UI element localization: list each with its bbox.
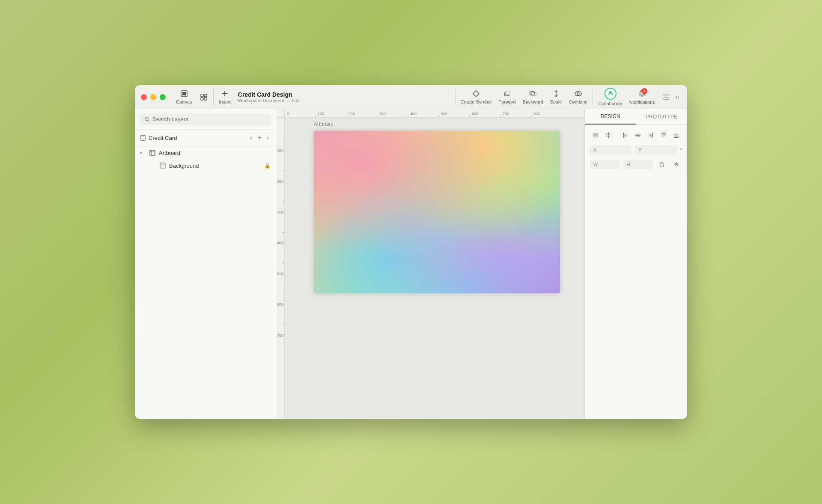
x-label: X [593, 147, 598, 152]
canvas-area[interactable]: 0 100 200 300 400 500 600 700 80 [276, 109, 584, 419]
h-field[interactable]: H [623, 160, 653, 169]
search-input-wrap[interactable] [140, 113, 271, 125]
minimize-button[interactable] [150, 94, 156, 100]
main-content: Credit Card ‹ + › ▾ Artboard [135, 109, 687, 419]
create-symbol-label: Create Symbol [461, 99, 492, 104]
align-bottom-button[interactable] [671, 130, 682, 141]
backward-button[interactable]: Backward [519, 88, 547, 106]
w-input[interactable] [599, 161, 616, 167]
y-label: Y [638, 147, 643, 152]
svg-rect-86 [677, 134, 678, 137]
align-top-icon [660, 132, 667, 139]
backward-icon [529, 89, 537, 98]
artboard-canvas[interactable] [314, 130, 560, 293]
align-left-button[interactable] [620, 130, 631, 141]
combine-button[interactable]: Combine [565, 88, 591, 106]
notification-badge: 1 [638, 89, 646, 98]
rotation-value: ° [680, 147, 682, 152]
align-top-button[interactable] [658, 130, 669, 141]
lock-aspect-icon [658, 161, 665, 168]
lock-aspect-button[interactable] [656, 159, 667, 170]
artboard-icon [149, 149, 156, 157]
svg-marker-8 [473, 91, 479, 97]
y-input[interactable] [645, 147, 673, 153]
svg-text:500: 500 [441, 112, 447, 116]
x-input[interactable] [600, 147, 628, 153]
svg-text:300: 300 [277, 210, 283, 214]
distribute-vertical-button[interactable] [590, 130, 601, 141]
collaborate-button[interactable]: Collaborate [595, 86, 625, 108]
svg-text:300: 300 [379, 112, 386, 116]
svg-text:500: 500 [277, 272, 283, 276]
h-label: H [627, 162, 631, 167]
add-layer-button[interactable]: + [256, 133, 263, 142]
panel-content: X Y ° W H [585, 125, 687, 175]
align-row-1 [590, 130, 682, 141]
close-button[interactable] [141, 94, 147, 100]
sidebar: Credit Card ‹ + › ▾ Artboard [135, 109, 276, 419]
vertical-ruler: -100 -100 100 200 300 400 500 600 700 [276, 109, 285, 419]
svg-rect-4 [201, 98, 203, 100]
forward-label: Forward [498, 99, 515, 104]
svg-rect-73 [624, 134, 627, 135]
canvas-view-button[interactable]: Canvas [173, 88, 195, 106]
more-button[interactable] [658, 92, 674, 102]
align-left-icon [622, 132, 629, 139]
align-right-icon [647, 132, 654, 139]
page-title: Credit Card [149, 135, 246, 141]
maximize-button[interactable] [160, 94, 166, 100]
background-layer-item[interactable]: Background 🔒 [135, 159, 276, 172]
svg-rect-26 [150, 150, 155, 155]
expand-button[interactable]: ›› [674, 92, 681, 102]
align-center-h-button[interactable] [603, 130, 614, 141]
svg-rect-83 [664, 133, 665, 136]
svg-text:100: 100 [277, 148, 283, 153]
canvas-icon [180, 89, 188, 98]
page-header: Credit Card ‹ + › [135, 130, 276, 146]
svg-rect-29 [160, 163, 165, 168]
ruler-v-svg: -100 -100 100 200 300 400 500 600 700 [276, 109, 285, 419]
scale-label: Scale [550, 99, 562, 104]
svg-rect-3 [204, 94, 207, 97]
flip-button[interactable] [671, 159, 682, 170]
tab-design[interactable]: DESIGN [585, 109, 636, 125]
app-window: Canvas Insert Credit Card Des [135, 85, 687, 419]
gradient-background [314, 130, 560, 293]
notifications-button[interactable]: 1 Notifications [626, 87, 658, 107]
canvas-label: Canvas [176, 99, 192, 104]
view-toggle-group: Canvas [173, 88, 211, 106]
artboard-label: Artboard [314, 121, 334, 127]
w-field[interactable]: W [590, 160, 620, 169]
h-input[interactable] [633, 161, 649, 167]
app-subtitle: Workspace Document — Edit [238, 98, 453, 103]
align-bottom-icon [673, 132, 680, 139]
forward-button[interactable]: Forward [495, 88, 519, 106]
person-icon [607, 90, 614, 97]
svg-rect-79 [649, 134, 652, 135]
y-field[interactable]: Y [635, 145, 676, 154]
separator-4 [593, 89, 593, 105]
tab-prototype[interactable]: PROTOTYPE [636, 109, 688, 124]
scale-button[interactable]: Scale [547, 88, 566, 106]
grid-view-button[interactable] [196, 91, 211, 103]
separator-3 [455, 89, 456, 105]
panel-tabs: DESIGN PROTOTYPE [585, 109, 687, 125]
x-field[interactable]: X [590, 145, 631, 154]
insert-button[interactable]: Insert [215, 88, 234, 106]
ruler-h-svg: 0 100 200 300 400 500 600 700 80 [285, 109, 584, 118]
insert-label: Insert [219, 99, 231, 104]
separator-1 [213, 89, 214, 105]
align-right-button[interactable] [645, 130, 656, 141]
combine-label: Combine [569, 99, 587, 104]
align-center-v-button[interactable] [633, 130, 644, 141]
ruler-corner [276, 109, 285, 118]
align-center-h-icon [605, 132, 612, 139]
search-input[interactable] [152, 116, 266, 122]
layer-actions: ‹ + › [248, 133, 271, 142]
svg-text:0: 0 [287, 112, 289, 116]
create-symbol-button[interactable]: Create Symbol [457, 88, 495, 106]
expand-arrow-icon: ▾ [140, 151, 146, 155]
more-layers-button[interactable]: › [265, 133, 271, 142]
chevron-down-icon[interactable]: ‹ [248, 133, 254, 142]
artboard-layer-item[interactable]: ▾ Artboard [135, 146, 276, 159]
